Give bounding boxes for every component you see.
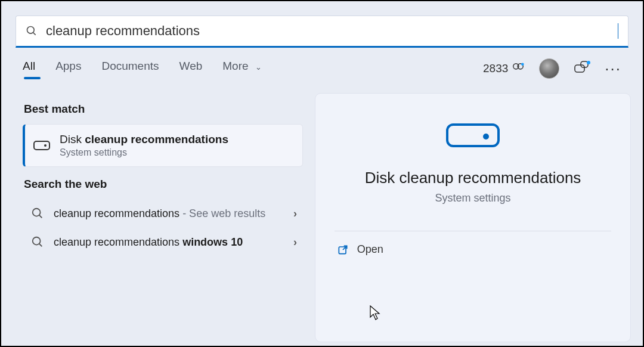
detail-title: Disk cleanup recommendations	[365, 169, 581, 187]
more-options-icon[interactable]: ···	[605, 60, 621, 78]
best-match-subtitle: System settings	[60, 147, 228, 158]
open-action[interactable]: Open	[335, 231, 612, 268]
web-result-1[interactable]: cleanup recommendations windows 10 ›	[23, 228, 303, 256]
search-bar[interactable]	[16, 16, 628, 48]
web-result-text: cleanup recommendations windows 10	[54, 235, 284, 249]
chevron-right-icon: ›	[293, 236, 297, 249]
web-result-main: cleanup recommendations	[54, 236, 182, 248]
search-web-heading: Search the web	[24, 178, 303, 191]
best-match-title: Disk cleanup recommendations	[60, 133, 228, 146]
filter-all[interactable]: All	[23, 60, 35, 78]
svg-point-4	[521, 63, 524, 66]
svg-point-8	[33, 209, 41, 216]
web-result-0[interactable]: cleanup recommendations - See web result…	[23, 199, 303, 228]
drive-icon	[446, 123, 500, 147]
detail-subtitle: System settings	[435, 192, 510, 205]
content-area: Best match Disk cleanup recommendations …	[1, 87, 643, 342]
filter-tabs: All Apps Documents Web More ⌄	[23, 60, 483, 78]
results-left-column: Best match Disk cleanup recommendations …	[13, 92, 303, 342]
drive-icon	[33, 141, 50, 150]
web-result-text: cleanup recommendations - See web result…	[54, 206, 284, 221]
chat-icon[interactable]	[574, 61, 590, 76]
best-match-result[interactable]: Disk cleanup recommendations System sett…	[23, 124, 303, 167]
svg-line-11	[39, 244, 42, 247]
web-result-bold: windows 10	[182, 236, 243, 248]
search-icon	[31, 236, 44, 249]
medal-icon	[512, 62, 525, 75]
filter-documents[interactable]: Documents	[101, 60, 159, 78]
svg-line-1	[33, 33, 36, 35]
svg-point-10	[33, 237, 41, 245]
search-icon	[31, 207, 44, 220]
header-right: 2833 ···	[483, 58, 621, 79]
best-match-heading: Best match	[24, 103, 303, 116]
web-result-main: cleanup recommendations	[54, 207, 179, 219]
svg-rect-5	[575, 65, 584, 72]
svg-line-9	[39, 215, 42, 218]
title-bold: cleanup recommendations	[85, 133, 228, 145]
filter-more-label: More	[222, 60, 248, 72]
search-input[interactable]	[46, 23, 619, 39]
points-value: 2833	[483, 62, 508, 75]
text-caret	[618, 23, 618, 39]
filter-web[interactable]: Web	[179, 60, 203, 78]
open-external-icon	[337, 244, 349, 256]
filter-row: All Apps Documents Web More ⌄ 2833 ···	[1, 48, 643, 87]
chevron-down-icon: ⌄	[255, 63, 262, 72]
best-match-text: Disk cleanup recommendations System sett…	[60, 133, 228, 158]
open-label: Open	[357, 243, 383, 256]
chevron-right-icon: ›	[293, 207, 297, 220]
user-avatar[interactable]	[539, 58, 559, 79]
filter-apps[interactable]: Apps	[55, 60, 81, 78]
web-result-suffix: - See web results	[179, 207, 265, 219]
title-prefix: Disk	[60, 133, 85, 145]
rewards-points[interactable]: 2833	[483, 62, 525, 75]
detail-panel: Disk cleanup recommendations System sett…	[315, 93, 631, 342]
search-icon	[26, 25, 38, 37]
svg-point-0	[27, 27, 35, 34]
svg-point-7	[587, 61, 590, 64]
filter-more[interactable]: More ⌄	[222, 60, 262, 78]
